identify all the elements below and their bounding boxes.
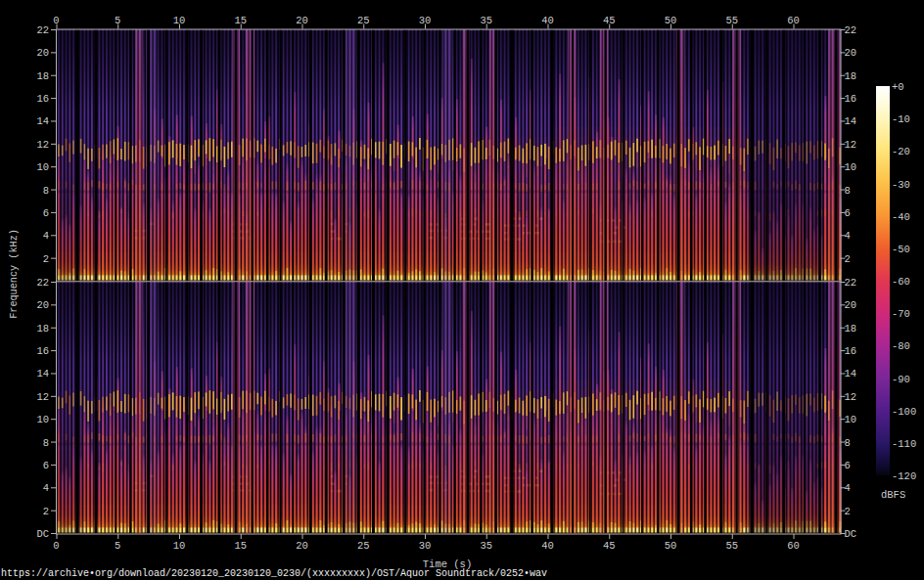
svg-text:-110: -110 xyxy=(892,438,916,450)
svg-text:12: 12 xyxy=(36,139,49,151)
svg-text:12: 12 xyxy=(845,139,857,151)
svg-text:-70: -70 xyxy=(892,308,910,320)
svg-text:-80: -80 xyxy=(892,340,910,352)
svg-text:10: 10 xyxy=(845,161,857,173)
svg-text:DC: DC xyxy=(845,528,857,540)
svg-text:2: 2 xyxy=(43,253,49,265)
svg-text:20: 20 xyxy=(36,47,49,59)
svg-text:20: 20 xyxy=(845,47,857,59)
svg-text:-40: -40 xyxy=(892,211,910,223)
svg-text:-30: -30 xyxy=(892,179,910,191)
svg-text:-120: -120 xyxy=(892,470,916,482)
svg-text:15: 15 xyxy=(234,540,247,552)
svg-text:10: 10 xyxy=(173,540,186,552)
svg-text:12: 12 xyxy=(845,391,857,403)
svg-text:20: 20 xyxy=(296,540,308,552)
svg-text:22: 22 xyxy=(845,277,857,289)
svg-text:4: 4 xyxy=(43,230,49,242)
svg-text:45: 45 xyxy=(603,540,616,552)
svg-text:10: 10 xyxy=(845,414,857,425)
svg-text:https://archive•org/download/2: https://archive•org/download/20230120_20… xyxy=(1,568,547,579)
svg-text:16: 16 xyxy=(845,93,857,105)
svg-text:10: 10 xyxy=(36,414,49,425)
svg-text:16: 16 xyxy=(36,345,49,357)
svg-text:Frequency (kHz): Frequency (kHz) xyxy=(9,229,20,319)
svg-text:-60: -60 xyxy=(892,276,910,288)
svg-text:-90: -90 xyxy=(892,374,910,385)
svg-text:4: 4 xyxy=(43,482,49,494)
svg-text:55: 55 xyxy=(725,540,738,552)
svg-text:22: 22 xyxy=(36,277,49,289)
svg-text:14: 14 xyxy=(845,115,857,127)
svg-text:35: 35 xyxy=(480,540,492,552)
svg-text:16: 16 xyxy=(845,345,857,357)
svg-text:40: 40 xyxy=(541,540,554,552)
svg-text:0: 0 xyxy=(53,540,59,552)
svg-text:14: 14 xyxy=(36,115,49,127)
svg-text:18: 18 xyxy=(36,323,49,335)
svg-text:30: 30 xyxy=(419,540,432,552)
svg-text:20: 20 xyxy=(36,299,49,311)
svg-text:14: 14 xyxy=(845,368,857,379)
svg-text:-20: -20 xyxy=(892,146,910,157)
svg-text:18: 18 xyxy=(36,70,49,82)
svg-text:-50: -50 xyxy=(892,244,910,255)
svg-text:8: 8 xyxy=(43,437,49,449)
svg-text:20: 20 xyxy=(845,299,857,311)
svg-text:14: 14 xyxy=(36,368,49,379)
svg-text:18: 18 xyxy=(845,323,857,335)
svg-text:6: 6 xyxy=(43,460,49,471)
svg-text:6: 6 xyxy=(43,207,49,219)
svg-text:5: 5 xyxy=(115,540,120,552)
svg-text:2: 2 xyxy=(43,506,49,517)
svg-text:-10: -10 xyxy=(892,113,910,125)
svg-text:18: 18 xyxy=(845,70,857,82)
svg-text:16: 16 xyxy=(36,93,49,105)
svg-text:22: 22 xyxy=(845,24,857,36)
svg-text:60: 60 xyxy=(787,540,800,552)
svg-text:12: 12 xyxy=(36,391,49,403)
svg-text:DC: DC xyxy=(36,528,49,540)
svg-text:dBFS: dBFS xyxy=(881,489,905,501)
svg-text:22: 22 xyxy=(36,24,49,36)
svg-text:10: 10 xyxy=(36,161,49,173)
svg-text:50: 50 xyxy=(665,540,677,552)
svg-text:-100: -100 xyxy=(892,406,916,418)
svg-text:8: 8 xyxy=(43,185,49,197)
svg-text:+0: +0 xyxy=(892,81,904,93)
svg-text:25: 25 xyxy=(357,540,370,552)
